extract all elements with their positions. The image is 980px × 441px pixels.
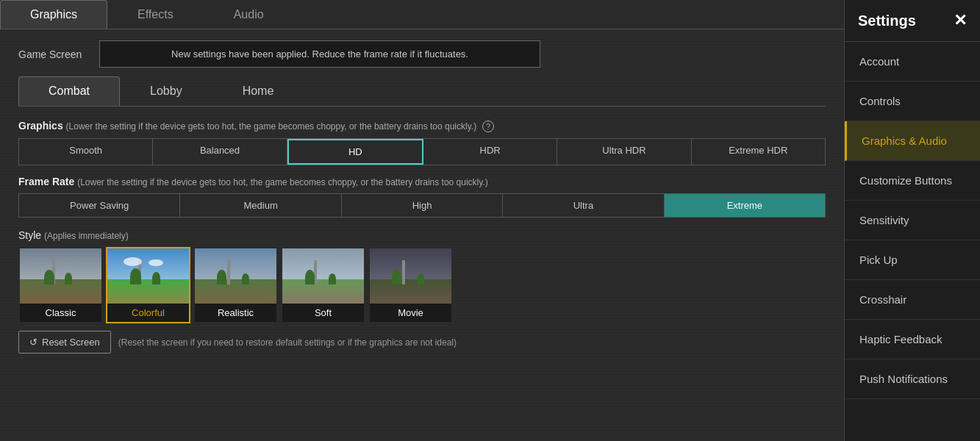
game-screen-row: Game Screen New settings have been appli… bbox=[18, 40, 826, 68]
top-tab-bar: Graphics Effects Audio bbox=[0, 0, 844, 29]
tab-graphics[interactable]: Graphics bbox=[0, 0, 107, 29]
framerate-extreme-btn[interactable]: Extreme bbox=[665, 194, 825, 217]
sidebar-item-controls[interactable]: Controls bbox=[845, 82, 980, 121]
framerate-ultra-btn[interactable]: Ultra bbox=[503, 194, 664, 217]
graphics-balanced-btn[interactable]: Balanced bbox=[153, 139, 287, 165]
sidebar-item-customize-buttons[interactable]: Customize Buttons bbox=[845, 161, 980, 201]
tab-effects[interactable]: Effects bbox=[107, 0, 204, 29]
style-card-realistic-name: Realistic bbox=[195, 304, 276, 322]
style-card-colorful[interactable]: Colorful bbox=[106, 247, 190, 323]
graphics-help-icon[interactable]: ? bbox=[482, 121, 494, 132]
style-card-soft[interactable]: Soft bbox=[281, 247, 365, 323]
graphics-ultra-hdr-btn[interactable]: Ultra HDR bbox=[557, 139, 691, 165]
sidebar-item-crosshair[interactable]: Crosshair bbox=[845, 280, 980, 320]
sidebar-item-sensitivity[interactable]: Sensitivity bbox=[845, 201, 980, 240]
tab-home[interactable]: Home bbox=[212, 76, 304, 106]
graphics-smooth-btn[interactable]: Smooth bbox=[19, 139, 153, 165]
style-card-realistic[interactable]: Realistic bbox=[193, 247, 278, 323]
reset-desc: (Reset the screen if you need to restore… bbox=[118, 337, 457, 348]
frame-rate-section: Frame Rate (Lower the setting if the dev… bbox=[18, 176, 826, 218]
sidebar-title: Settings bbox=[858, 12, 916, 29]
style-label: Style (Applies immediately) bbox=[18, 229, 826, 241]
style-card-soft-img bbox=[282, 248, 364, 304]
framerate-high-btn[interactable]: High bbox=[342, 194, 503, 217]
sidebar-header: Settings ✕ bbox=[845, 0, 980, 42]
style-section: Style (Applies immediately) Classic bbox=[18, 229, 826, 323]
style-card-classic-name: Classic bbox=[20, 304, 101, 322]
sub-tab-bar: Combat Lobby Home bbox=[18, 76, 826, 107]
framerate-power-saving-btn[interactable]: Power Saving bbox=[19, 194, 180, 217]
sidebar-item-push-notifications[interactable]: Push Notifications bbox=[845, 359, 980, 399]
close-settings-button[interactable]: ✕ bbox=[954, 11, 967, 30]
reset-icon: ↺ bbox=[29, 337, 37, 348]
tab-audio[interactable]: Audio bbox=[204, 0, 294, 29]
style-card-movie[interactable]: Movie bbox=[368, 247, 453, 323]
sidebar-item-graphics-audio[interactable]: Graphics & Audio bbox=[845, 121, 980, 161]
style-card-classic[interactable]: Classic bbox=[18, 247, 103, 323]
reset-row: ↺ Reset Screen (Reset the screen if you … bbox=[18, 331, 826, 354]
framerate-option-group: Power Saving Medium High Ultra Extreme bbox=[18, 193, 826, 218]
content-body: Game Screen New settings have been appli… bbox=[0, 29, 844, 441]
graphics-hdr-btn[interactable]: HDR bbox=[423, 139, 557, 165]
sidebar-item-pick-up[interactable]: Pick Up bbox=[845, 240, 980, 280]
graphics-hd-btn[interactable]: HD bbox=[287, 139, 423, 165]
game-screen-label: Game Screen bbox=[18, 49, 99, 60]
reset-screen-button[interactable]: ↺ Reset Screen bbox=[18, 331, 111, 354]
sidebar: Settings ✕ Account Controls Graphics & A… bbox=[844, 0, 980, 441]
main-content: Graphics Effects Audio Game Screen New s… bbox=[0, 0, 844, 441]
framerate-medium-btn[interactable]: Medium bbox=[180, 194, 341, 217]
style-card-movie-name: Movie bbox=[370, 304, 451, 322]
style-cards-container: Classic Colorful bbox=[18, 247, 826, 323]
frame-rate-label: Frame Rate (Lower the setting if the dev… bbox=[18, 176, 826, 187]
sidebar-item-haptic-feedback[interactable]: Haptic Feedback bbox=[845, 320, 980, 359]
graphics-extreme-hdr-btn[interactable]: Extreme HDR bbox=[692, 139, 825, 165]
tab-lobby[interactable]: Lobby bbox=[120, 76, 212, 106]
graphics-option-group: Smooth Balanced HD HDR Ultra HDR Extreme… bbox=[18, 138, 826, 165]
tab-combat[interactable]: Combat bbox=[18, 76, 120, 106]
style-card-colorful-name: Colorful bbox=[107, 304, 189, 322]
graphics-section-label: Graphics (Lower the setting if the devic… bbox=[18, 120, 826, 132]
style-card-classic-img bbox=[20, 248, 101, 304]
style-card-soft-name: Soft bbox=[282, 304, 364, 322]
style-card-movie-img bbox=[370, 248, 451, 304]
notification-bar: New settings have been applied. Reduce t… bbox=[99, 40, 540, 68]
style-card-colorful-img bbox=[107, 248, 189, 304]
style-card-realistic-img bbox=[195, 248, 276, 304]
sidebar-item-account[interactable]: Account bbox=[845, 42, 980, 82]
